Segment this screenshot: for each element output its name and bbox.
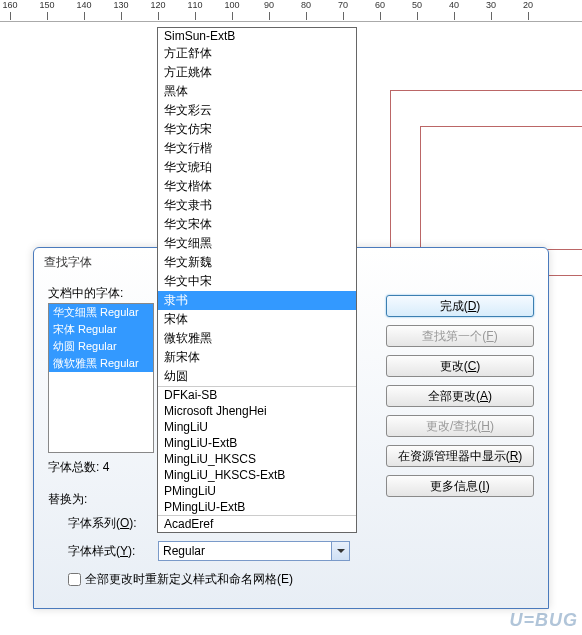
ruler-tick: 140 xyxy=(69,0,99,10)
redefine-styles-label: 全部更改时重新定义样式和命名网格(E) xyxy=(85,571,293,588)
redefine-styles-checkbox[interactable] xyxy=(68,573,81,586)
ruler-tick: 110 xyxy=(180,0,210,10)
ruler-tick: 150 xyxy=(32,0,62,10)
font-dropdown-item[interactable]: 华文琥珀 xyxy=(158,158,356,177)
change-all-button[interactable]: 全部更改(A) xyxy=(386,385,534,407)
watermark: U=BUG xyxy=(509,610,578,631)
font-dropdown-item[interactable]: 幼圆 xyxy=(158,367,356,386)
font-style-combobox[interactable]: Regular xyxy=(158,541,350,561)
change-button[interactable]: 更改(C) xyxy=(386,355,534,377)
font-dropdown-item[interactable]: Microsoft JhengHei xyxy=(158,403,356,419)
font-dropdown-item[interactable]: 华文行楷 xyxy=(158,139,356,158)
font-dropdown-item[interactable]: 微软雅黑 xyxy=(158,329,356,348)
font-dropdown-item[interactable]: PMingLiU xyxy=(158,483,356,499)
ruler-tick: 160 xyxy=(0,0,25,10)
ruler-tick: 60 xyxy=(365,0,395,10)
ruler-tick: 50 xyxy=(402,0,432,10)
doc-fonts-label: 文档中的字体: xyxy=(48,285,123,302)
change-find-button[interactable]: 更改/查找(H) xyxy=(386,415,534,437)
ruler-tick: 20 xyxy=(513,0,543,10)
font-dropdown-item[interactable]: 新宋体 xyxy=(158,348,356,367)
doc-font-item[interactable]: 宋体 Regular xyxy=(49,321,153,338)
ruler-tick: 40 xyxy=(439,0,469,10)
font-dropdown-item[interactable]: 宋体 xyxy=(158,310,356,329)
ruler-tick: 120 xyxy=(143,0,173,10)
font-dropdown-item[interactable]: 华文新魏 xyxy=(158,253,356,272)
font-dropdown-item[interactable]: 方正姚体 xyxy=(158,63,356,82)
doc-fonts-listbox[interactable]: 华文细黑 Regular宋体 Regular幼圆 Regular微软雅黑 Reg… xyxy=(48,303,154,453)
font-dropdown-item[interactable]: MingLiU_HKSCS-ExtB xyxy=(158,467,356,483)
font-dropdown-item[interactable]: MingLiU_HKSCS xyxy=(158,451,356,467)
font-dropdown-item[interactable]: PMingLiU-ExtB xyxy=(158,499,356,515)
font-family-label: 字体系列(O): xyxy=(68,515,154,532)
replace-with-label: 替换为: xyxy=(48,491,87,508)
font-style-label: 字体样式(Y): xyxy=(68,543,154,560)
font-dropdown-item[interactable]: 华文宋体 xyxy=(158,215,356,234)
font-count-label: 字体总数: 4 xyxy=(48,459,109,476)
font-dropdown-list[interactable]: SimSun-ExtB方正舒体方正姚体黑体华文彩云华文仿宋华文行楷华文琥珀华文楷… xyxy=(157,27,357,533)
font-style-row: 字体样式(Y): Regular xyxy=(68,541,350,561)
find-first-button[interactable]: 查找第一个(F) xyxy=(386,325,534,347)
font-dropdown-item[interactable]: 华文中宋 xyxy=(158,272,356,291)
font-dropdown-item[interactable]: 华文细黑 xyxy=(158,234,356,253)
ruler-tick: 80 xyxy=(291,0,321,10)
font-dropdown-item[interactable]: MingLiU xyxy=(158,419,356,435)
done-button[interactable]: 完成(D) xyxy=(386,295,534,317)
ruler-tick: 130 xyxy=(106,0,136,10)
font-dropdown-item[interactable]: MingLiU-ExtB xyxy=(158,435,356,451)
font-dropdown-item[interactable]: 华文仿宋 xyxy=(158,120,356,139)
ruler-tick: 30 xyxy=(476,0,506,10)
button-column: 完成(D) 查找第一个(F) 更改(C) 全部更改(A) 更改/查找(H) 在资… xyxy=(386,295,534,497)
doc-font-item[interactable]: 华文细黑 Regular xyxy=(49,304,153,321)
font-dropdown-item[interactable]: DFKai-SB xyxy=(158,387,356,403)
font-dropdown-item[interactable]: 华文隶书 xyxy=(158,196,356,215)
font-dropdown-item[interactable]: 黑体 xyxy=(158,82,356,101)
redefine-styles-row: 全部更改时重新定义样式和命名网格(E) xyxy=(68,571,293,588)
horizontal-ruler: 1601501401301201101009080706050403020 xyxy=(0,0,582,22)
font-dropdown-item[interactable]: AcadEref xyxy=(158,516,356,532)
doc-font-item[interactable]: 幼圆 Regular xyxy=(49,338,153,355)
doc-font-item[interactable]: 微软雅黑 Regular xyxy=(49,355,153,372)
font-style-value: Regular xyxy=(163,544,205,558)
ruler-tick: 100 xyxy=(217,0,247,10)
font-dropdown-item[interactable]: 方正舒体 xyxy=(158,44,356,63)
font-dropdown-item[interactable]: SimSun-ExtB xyxy=(158,28,356,44)
chevron-down-icon[interactable] xyxy=(331,542,349,560)
font-dropdown-item[interactable]: 隶书 xyxy=(158,291,356,310)
ruler-tick: 90 xyxy=(254,0,284,10)
font-dropdown-item[interactable]: 华文彩云 xyxy=(158,101,356,120)
more-info-button[interactable]: 更多信息(I) xyxy=(386,475,534,497)
ruler-tick: 70 xyxy=(328,0,358,10)
font-dropdown-item[interactable]: 华文楷体 xyxy=(158,177,356,196)
reveal-in-explorer-button[interactable]: 在资源管理器中显示(R) xyxy=(386,445,534,467)
